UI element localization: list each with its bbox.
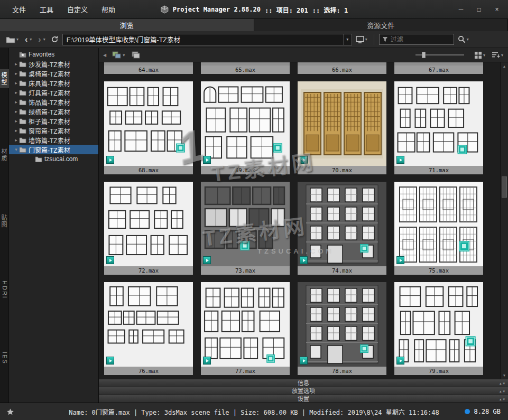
- scrollbar-thumb[interactable]: [502, 176, 507, 198]
- tree-expander-icon[interactable]: ▸: [13, 118, 19, 124]
- address-input[interactable]: [63, 34, 343, 45]
- thumbnail-image[interactable]: [201, 282, 290, 367]
- tree-expander-icon[interactable]: ▸: [13, 61, 19, 67]
- asset-item-78.max[interactable]: 78.max: [298, 282, 386, 375]
- tree-item-灯具篇-TZ素材[interactable]: ▸灯具篇-TZ素材: [9, 88, 98, 97]
- tree-expander-icon[interactable]: ▸: [13, 80, 19, 86]
- menubar-item-3[interactable]: 帮助: [95, 4, 122, 14]
- close-button[interactable]: ×: [489, 3, 505, 16]
- asset-item-69.max[interactable]: 69.max: [201, 81, 290, 174]
- asset-item-79.max[interactable]: 79.max: [394, 282, 483, 375]
- preview-mode-button[interactable]: [130, 49, 142, 61]
- tree-expander-icon[interactable]: ▸: [13, 128, 19, 133]
- maxfile-badge-icon: [106, 357, 114, 365]
- tree-item-门窗篇-TZ素材[interactable]: ▾门窗篇-TZ素材: [9, 145, 98, 154]
- side-tab-2[interactable]: 贴图: [0, 212, 9, 231]
- grid-view-button[interactable]: ▾: [473, 49, 487, 61]
- tree-expander-icon[interactable]: ▸: [13, 90, 19, 95]
- tree-expander-icon[interactable]: ▸: [13, 71, 19, 76]
- tree-item-沙发篇-TZ素材[interactable]: ▸沙发篇-TZ素材: [9, 59, 98, 69]
- side-tab-3[interactable]: HDRI: [0, 278, 9, 302]
- sort-button[interactable]: ▾: [490, 49, 505, 61]
- slider-handle[interactable]: [422, 52, 426, 58]
- asset-item-64.max[interactable]: 64.max: [104, 62, 193, 74]
- tree-item-窗帘篇-TZ素材[interactable]: ▸窗帘篇-TZ素材: [9, 126, 98, 135]
- asset-item-71.max[interactable]: 71.max: [394, 81, 483, 174]
- chevron-down-icon: ▾: [123, 53, 125, 58]
- tree-expander-icon[interactable]: ▸: [13, 109, 19, 114]
- tree-item-床具篇-TZ素材[interactable]: ▸床具篇-TZ素材: [9, 78, 98, 88]
- menu-bar: 文件工具自定义帮助 Project Manager 2.88.20 :: 项目:…: [0, 0, 508, 19]
- refresh-button[interactable]: [49, 33, 60, 46]
- thumbnail-image[interactable]: [104, 282, 193, 367]
- tree-item-label: 床具篇-TZ素材: [27, 79, 70, 88]
- thumbnail-image[interactable]: [394, 182, 483, 266]
- thumbnail-image[interactable]: [104, 182, 193, 266]
- minimize-button[interactable]: ─: [453, 3, 469, 16]
- side-tab-0[interactable]: 模型: [0, 69, 9, 88]
- thumbnail-image[interactable]: [394, 282, 483, 367]
- side-tab-1[interactable]: 材质: [0, 146, 9, 165]
- thumbnail-mode-button[interactable]: ▾: [110, 49, 126, 61]
- tree-item-墙饰篇-TZ素材[interactable]: ▸墙饰篇-TZ素材: [9, 135, 98, 145]
- asset-item-65.max[interactable]: 65.max: [201, 62, 290, 74]
- thumbnail-image[interactable]: [394, 81, 483, 166]
- asset-item-77.max[interactable]: 77.max: [201, 282, 290, 375]
- disk-space: 8.28 GB: [465, 408, 508, 415]
- search-button[interactable]: ▾: [456, 33, 470, 46]
- panel-expand-icons: ▴▾: [500, 387, 505, 395]
- asset-item-76.max[interactable]: 76.max: [104, 282, 193, 375]
- favorite-star-icon[interactable]: [6, 408, 14, 416]
- menubar-item-2[interactable]: 自定义: [60, 4, 95, 14]
- address-dropdown-button[interactable]: ▾: [343, 34, 352, 45]
- file-name: 77.max: [201, 367, 290, 375]
- panel-settings-bar[interactable]: 设置 ▴▾: [99, 395, 508, 403]
- forward-button[interactable]: ›▾: [35, 33, 47, 46]
- tree-item-饰品篇-TZ素材[interactable]: ▸饰品篇-TZ素材: [9, 97, 98, 107]
- chevron-down-icon: ▾: [483, 53, 485, 58]
- scroll-up-icon[interactable]: ▲: [501, 62, 508, 70]
- menubar-item-1[interactable]: 工具: [33, 4, 60, 14]
- tree-expander-icon[interactable]: ▸: [13, 137, 19, 143]
- asset-item-74.max[interactable]: 74.max: [298, 182, 386, 275]
- thumbnail-size-slider[interactable]: [415, 51, 464, 59]
- tree-item-tzsucai.com[interactable]: tzsucai.com: [9, 154, 98, 164]
- thumbnail-image[interactable]: [201, 81, 290, 166]
- tree-item-柜子篇-TZ素材[interactable]: ▸柜子篇-TZ素材: [9, 116, 98, 126]
- filter-input[interactable]: [391, 36, 451, 43]
- thumbnail-image[interactable]: [104, 81, 193, 166]
- tree-expander-icon[interactable]: ▾: [13, 147, 19, 152]
- asset-item-73.max[interactable]: 73.max: [201, 182, 290, 275]
- side-tab-4[interactable]: IES: [0, 349, 9, 367]
- asset-item-70.max[interactable]: 70.max: [298, 81, 386, 174]
- thumbnail-image[interactable]: [298, 182, 386, 266]
- tree-item-label: Favorites: [27, 51, 54, 58]
- scroll-down-icon[interactable]: ▼: [501, 371, 508, 379]
- vertical-scrollbar[interactable]: ▲ ▼: [500, 62, 508, 379]
- tree-item-Favorites[interactable]: Favorites: [9, 50, 98, 59]
- collapse-tree-button[interactable]: ◀: [102, 53, 107, 58]
- thumbnail-image[interactable]: [298, 81, 386, 166]
- tab-browse[interactable]: 浏览: [0, 19, 254, 31]
- asset-item-68.max[interactable]: 68.max: [104, 81, 193, 174]
- panel-expand-icons: ▴▾: [500, 395, 505, 403]
- tree-item-绿植篇-TZ素材[interactable]: ▸绿植篇-TZ素材: [9, 107, 98, 116]
- tab-resource-files[interactable]: 资源文件: [254, 19, 508, 31]
- tree-item-label: 门窗篇-TZ素材: [27, 145, 70, 154]
- maximize-button[interactable]: □: [471, 3, 487, 16]
- tree-expander-icon[interactable]: ▸: [13, 99, 19, 105]
- thumbnail-image[interactable]: [201, 182, 290, 266]
- asset-item-72.max[interactable]: 72.max: [104, 182, 193, 275]
- asset-item-66.max[interactable]: 66.max: [298, 62, 386, 74]
- menubar-item-0[interactable]: 文件: [5, 4, 33, 14]
- folder-menu-button[interactable]: ▾: [4, 33, 20, 46]
- asset-item-67.max[interactable]: 67.max: [394, 62, 483, 74]
- back-button[interactable]: ‹▾: [22, 33, 33, 46]
- chevron-down-icon: ▾: [501, 53, 503, 58]
- preview-toggle-button[interactable]: ▾: [354, 33, 369, 46]
- tree-item-桌椅篇-TZ素材[interactable]: ▸桌椅篇-TZ素材: [9, 69, 98, 78]
- panel-info-bar[interactable]: 信息 ▴▾: [99, 379, 508, 387]
- panel-placement-bar[interactable]: 放置选项 ▴▾: [99, 387, 508, 395]
- thumbnail-image[interactable]: [298, 282, 386, 367]
- asset-item-75.max[interactable]: 75.max: [394, 182, 483, 275]
